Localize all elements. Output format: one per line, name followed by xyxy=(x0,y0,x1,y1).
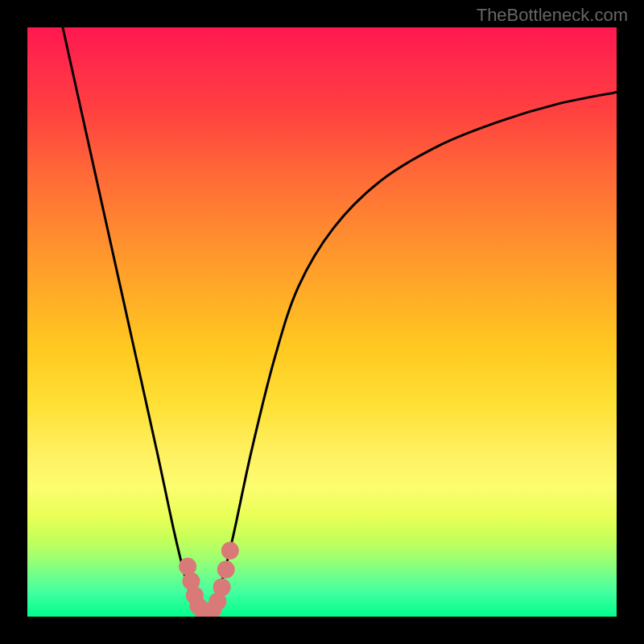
bottleneck-curve xyxy=(63,27,617,613)
marker-right-hand-top xyxy=(221,542,239,559)
marker-right-hand-upper xyxy=(217,560,235,578)
marker-group xyxy=(179,542,239,617)
watermark-text: TheBottleneck.com xyxy=(477,5,628,26)
plot-area xyxy=(27,27,617,617)
marker-right-hand-mid xyxy=(213,578,231,596)
chart-svg xyxy=(27,27,617,617)
marker-left-hand-top xyxy=(179,558,196,576)
